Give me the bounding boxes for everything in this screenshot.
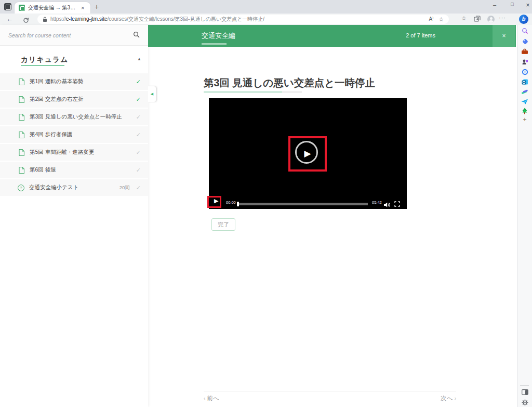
tab-close-icon[interactable]: × [81, 5, 84, 11]
progress-counter: 2 of 7 items [406, 32, 435, 38]
check-icon: ✓ [136, 167, 141, 174]
window-close-button[interactable]: × [523, 2, 532, 9]
url-text: https://e-learning-jtm.site/courses/交通安全… [50, 16, 424, 23]
course-search-bar [0, 25, 148, 46]
add-sidebar-app-icon[interactable]: + [521, 115, 529, 124]
shopping-icon[interactable] [521, 37, 529, 45]
volume-icon[interactable] [384, 200, 391, 209]
sidebar-item-lesson1[interactable]: 第1回 運転の基本姿勢 ✓ [0, 73, 148, 90]
check-icon: ✓ [136, 96, 141, 103]
lesson-title-underline [204, 91, 282, 93]
lesson-doc-icon [19, 78, 24, 85]
lesson-doc-icon [19, 96, 24, 103]
favorites-icon[interactable]: ☆ [461, 15, 467, 22]
check-icon: ✓ [136, 149, 141, 156]
new-tab-button[interactable]: + [95, 3, 99, 11]
seek-handle[interactable] [237, 202, 239, 206]
lesson-label: 第4回 歩行者保護 [30, 131, 136, 138]
window-minimize-button[interactable]: – [489, 2, 500, 8]
address-bar[interactable]: https://e-learning-jtm.site/courses/交通安全… [37, 15, 449, 24]
lesson-title-underline-gray [282, 91, 302, 93]
lesson-label: 第3回 見通しの悪い交差点と一時停止 [30, 113, 136, 121]
site-favicon [19, 5, 25, 11]
check-icon: ✓ [136, 132, 141, 138]
sidebar-item-lesson5[interactable]: 第5回 車間距離・進路変更 ✓ [0, 144, 148, 161]
chevron-right-icon: › [455, 396, 456, 401]
lesson-list: 第1回 運転の基本姿勢 ✓ 第2回 交差点の右左折 ✓ 第3回 見通しの悪い交差… [0, 73, 148, 197]
header-close-button[interactable]: × [493, 25, 515, 47]
close-icon: × [502, 32, 506, 40]
check-icon: ✓ [136, 114, 141, 121]
curriculum-underline [21, 65, 64, 66]
lesson-doc-icon [19, 149, 24, 156]
fullscreen-icon[interactable] [394, 200, 400, 209]
lesson-label: 第2回 交差点の右左折 [30, 96, 136, 103]
duration: 05:42 [372, 200, 382, 205]
check-icon: ✓ [136, 185, 141, 191]
quiz-label: 交通安全編小テスト [29, 184, 119, 191]
sidebar-item-lesson3[interactable]: 第3回 見通しの悪い交差点と一時停止 ✓ [0, 109, 148, 125]
seek-bar[interactable] [237, 203, 368, 205]
lesson-doc-icon [19, 167, 24, 174]
microsoft-365-icon[interactable] [521, 58, 529, 66]
designer-plane-icon[interactable] [521, 97, 529, 106]
outlook-icon[interactable] [521, 77, 529, 86]
check-icon: ✓ [136, 78, 141, 85]
lesson-footer-nav: ‹ 前へ 次へ › [204, 391, 456, 405]
sidebar-item-quiz[interactable]: ? 交通安全編小テスト 20問 ✓ [0, 179, 148, 196]
quiz-question-count: 20問 [119, 185, 130, 191]
games-icon[interactable] [521, 68, 529, 76]
search-input[interactable] [8, 32, 133, 38]
refresh-icon[interactable] [23, 16, 29, 25]
back-button[interactable]: ← [6, 15, 13, 23]
sidebar-item-lesson6[interactable]: 第6回 後退 ✓ [0, 162, 148, 178]
play-button[interactable]: ▶ [214, 198, 218, 204]
course-title-underline [202, 43, 227, 45]
sidebar-collapse-toggle[interactable]: ◀ [148, 86, 156, 102]
collapse-left-icon: ◀ [151, 92, 153, 96]
chevron-left-icon: ‹ [204, 396, 205, 401]
divider [520, 385, 529, 386]
quiz-question-icon: ? [18, 185, 24, 191]
drop-pen-icon[interactable] [521, 87, 529, 96]
search-icon[interactable] [521, 27, 529, 35]
tree-icon[interactable] [521, 107, 529, 115]
big-play-button[interactable]: ▶ [295, 141, 318, 164]
lesson-doc-icon [19, 132, 24, 138]
play-icon: ▶ [304, 149, 311, 159]
read-aloud-icon[interactable]: A) [429, 16, 433, 22]
lock-icon [43, 17, 47, 22]
collapse-caret-icon[interactable]: ▲ [137, 57, 141, 61]
browser-tab[interactable]: 交通安全編 → 第3回 見通しの悪い × [15, 2, 90, 14]
bing-copilot-icon[interactable]: b [519, 15, 528, 24]
tab-title: 交通安全編 → 第3回 見通しの悪い [28, 4, 80, 11]
profile-avatar[interactable] [487, 16, 495, 23]
lesson-title: 第3回 見通しの悪い交差点と一時停止 [204, 76, 375, 90]
search-icon[interactable] [133, 31, 140, 40]
sidebar-panel-icon[interactable] [521, 388, 529, 396]
lesson-label: 第6回 後退 [30, 166, 136, 174]
toolbox-icon[interactable] [521, 47, 529, 56]
lesson-doc-icon [19, 114, 24, 121]
collections-icon[interactable] [474, 16, 481, 23]
video-player[interactable]: ▶ ▶ 00:00 05:42 [209, 98, 407, 209]
sidebar-item-lesson4[interactable]: 第4回 歩行者保護 ✓ [0, 126, 148, 143]
mark-complete-button[interactable]: 完了 [211, 218, 235, 231]
browser-menu-icon[interactable]: ··· [499, 15, 506, 21]
add-favorite-icon[interactable]: ☆ [438, 16, 444, 23]
sidebar-item-lesson2[interactable]: 第2回 交差点の右左折 ✓ [0, 91, 148, 108]
prev-link[interactable]: ‹ 前へ [204, 395, 219, 402]
lesson-label: 第1回 運転の基本姿勢 [30, 78, 136, 85]
current-time: 00:00 [226, 200, 236, 205]
lesson-label: 第5回 車間距離・進路変更 [30, 149, 136, 156]
window-maximize-button[interactable]: □ [507, 2, 517, 7]
settings-gear-icon[interactable] [521, 398, 529, 406]
course-title[interactable]: 交通安全編 [202, 31, 235, 41]
next-link[interactable]: 次へ › [441, 395, 456, 402]
tab-actions-menu-icon[interactable] [4, 3, 11, 10]
curriculum-heading: カリキュラム [21, 55, 69, 64]
